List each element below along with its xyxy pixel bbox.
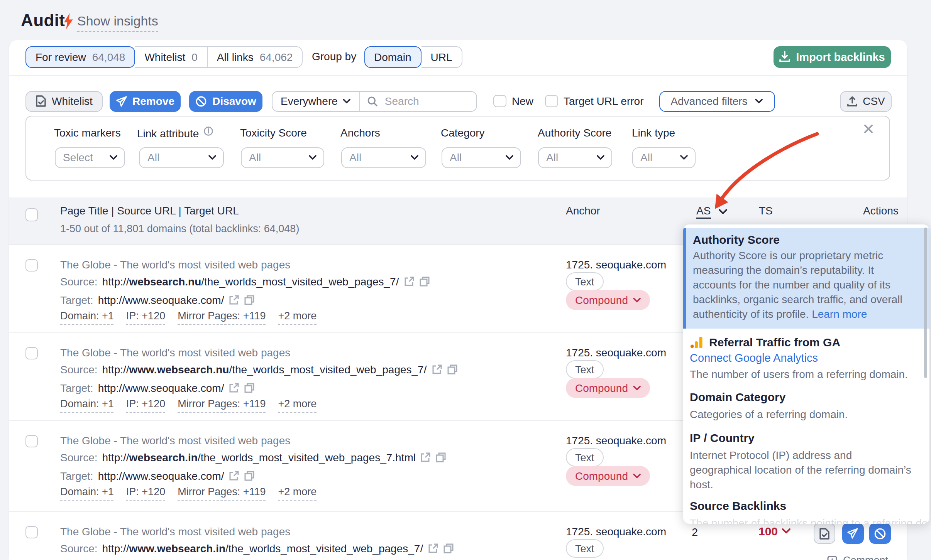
copy-icon[interactable] — [244, 294, 255, 305]
mirror-pages-chip[interactable]: Mirror Pages: +119 — [178, 486, 266, 500]
ip-chip[interactable]: IP: +120 — [126, 310, 165, 324]
send-icon — [847, 528, 859, 539]
toxicity-badge[interactable]: Compound — [566, 466, 650, 486]
filter-link-type-select[interactable]: All — [632, 147, 696, 168]
group-by-domain[interactable]: Domain — [364, 46, 421, 67]
external-link-icon[interactable] — [229, 294, 239, 305]
group-by-label: Group by — [312, 46, 356, 67]
row-disavow-button[interactable] — [869, 523, 890, 544]
ts-value[interactable]: 100 — [758, 525, 790, 538]
more-chip[interactable]: +2 more — [278, 486, 317, 500]
external-link-icon[interactable] — [420, 452, 431, 463]
target-url[interactable]: http://www.seoquake.com/ — [98, 293, 224, 306]
column-ts-header[interactable]: TS — [759, 204, 773, 217]
filter-link-attribute-select[interactable]: All — [139, 147, 224, 168]
import-backlinks-button[interactable]: Import backlinks — [773, 46, 891, 68]
ip-chip[interactable]: IP: +120 — [126, 398, 165, 412]
mirror-pages-chip[interactable]: Mirror Pages: +119 — [178, 310, 266, 324]
connect-ga-link[interactable]: Connect Google Analytics — [690, 352, 914, 364]
toxicity-badge[interactable]: Compound — [566, 290, 650, 310]
search-scope-value: Everywhere — [281, 95, 338, 107]
external-link-icon[interactable] — [403, 276, 414, 287]
filter-authority-score-label: Authority Score — [538, 127, 611, 139]
send-icon — [115, 95, 127, 107]
new-checkbox-label[interactable]: New — [512, 91, 533, 111]
target-url-error-checkbox[interactable] — [545, 94, 558, 107]
search-field[interactable] — [360, 94, 476, 108]
domain-chip[interactable]: Domain: +1 — [60, 310, 114, 324]
external-link-icon[interactable] — [229, 470, 239, 481]
search-scope-select[interactable]: Everywhere — [272, 91, 360, 111]
close-filters-icon[interactable] — [864, 124, 873, 133]
remove-button[interactable]: Remove — [110, 91, 180, 111]
filter-category-label: Category — [441, 127, 485, 139]
target-label: Target: — [60, 293, 93, 306]
copy-icon[interactable] — [419, 276, 430, 287]
disavow-button[interactable]: Disavow — [189, 91, 262, 111]
tab-whitelist[interactable]: Whitelist 0 — [135, 46, 207, 67]
source-label: Source: — [60, 275, 98, 288]
copy-icon[interactable] — [443, 543, 454, 554]
external-link-icon[interactable] — [229, 382, 239, 393]
source-url[interactable]: http://websearch.in/the_worlds_most_visi… — [102, 451, 416, 464]
export-csv-button[interactable]: CSV — [840, 91, 892, 111]
filter-anchors-select[interactable]: All — [341, 147, 426, 168]
row-checkbox[interactable] — [25, 347, 38, 359]
more-chip[interactable]: +2 more — [278, 310, 317, 324]
domain-chip[interactable]: Domain: +1 — [60, 398, 114, 412]
whitelist-button[interactable]: Whitelist — [25, 91, 103, 111]
more-chip[interactable]: +2 more — [278, 398, 317, 412]
tab-for-review[interactable]: For review 64,048 — [25, 46, 135, 67]
group-by-url-label: URL — [431, 51, 452, 63]
target-url[interactable]: http://www.seoquake.com/ — [98, 381, 224, 394]
add-comment-button[interactable]: Comment — [827, 555, 888, 560]
anchor-text: 1725. seoquake.com — [566, 434, 666, 447]
copy-icon[interactable] — [244, 382, 255, 393]
target-url-error-label[interactable]: Target URL error — [564, 91, 644, 111]
column-anchor-header[interactable]: Anchor — [566, 204, 600, 217]
copy-icon[interactable] — [447, 364, 457, 375]
column-main-header[interactable]: Page Title | Source URL | Target URL — [60, 204, 239, 217]
row-checkbox[interactable] — [25, 259, 38, 272]
anchor-text: 1725. seoquake.com — [566, 346, 666, 359]
domain-category-section: Domain Category Categories of a referrin… — [690, 390, 914, 422]
tab-all-links-count: 64,062 — [260, 51, 293, 63]
filter-category-value: All — [450, 152, 462, 164]
search-icon — [368, 96, 378, 106]
select-all-checkbox[interactable] — [25, 208, 38, 221]
row-checkbox[interactable] — [25, 526, 38, 538]
new-checkbox[interactable] — [493, 94, 506, 107]
external-link-icon[interactable] — [431, 364, 442, 375]
source-url[interactable]: http://websearch.nu/the_worlds_most_visi… — [102, 275, 399, 288]
advanced-filters-button[interactable]: Advanced filters — [659, 91, 775, 111]
search-input[interactable] — [383, 94, 468, 108]
copy-icon[interactable] — [436, 452, 447, 463]
tab-all-links[interactable]: All links 64,062 — [208, 46, 303, 67]
ip-chip[interactable]: IP: +120 — [126, 486, 165, 500]
copy-icon[interactable] — [244, 470, 255, 481]
filter-toxic-markers-select[interactable]: Select — [54, 147, 125, 168]
target-url[interactable]: http://www.seoquake.com/ — [98, 469, 224, 482]
group-by-url[interactable]: URL — [421, 46, 462, 67]
row-whitelist-button[interactable] — [814, 523, 835, 544]
toxicity-badge[interactable]: Compound — [566, 378, 650, 398]
tooltip-scrollbar[interactable] — [924, 228, 927, 378]
chevron-down-icon — [680, 155, 688, 160]
column-as-header[interactable]: AS — [696, 204, 727, 217]
source-url[interactable]: http://www.websearch.nu/the_worlds_most_… — [102, 363, 427, 376]
row-page-title: The Globe - The world's most visited web… — [60, 258, 290, 271]
external-link-icon[interactable] — [428, 543, 438, 554]
tab-all-links-label: All links — [217, 51, 254, 63]
mirror-pages-chip[interactable]: Mirror Pages: +119 — [178, 398, 266, 412]
filter-toxicity-score-select[interactable]: All — [240, 147, 324, 168]
domain-chip[interactable]: Domain: +1 — [60, 486, 114, 500]
row-remove-button[interactable] — [842, 523, 863, 544]
anchor-text: 1725. seoquake.com — [566, 525, 666, 538]
learn-more-link[interactable]: Learn more — [812, 308, 867, 320]
row-checkbox[interactable] — [25, 435, 38, 447]
source-url[interactable]: http://www.websearch.in/the_worlds_most_… — [102, 542, 423, 555]
show-insights-link[interactable]: Show insights — [77, 14, 158, 32]
filter-authority-score-select[interactable]: All — [538, 147, 612, 168]
filter-category-select[interactable]: All — [441, 147, 521, 168]
target-label: Target: — [60, 381, 93, 394]
